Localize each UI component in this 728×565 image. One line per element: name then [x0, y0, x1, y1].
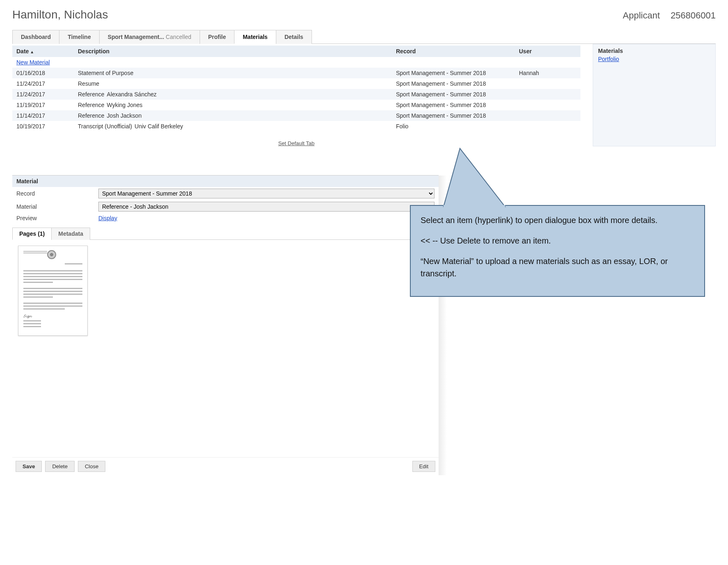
desc-main: Reference	[78, 102, 105, 108]
cell-user	[515, 121, 580, 132]
callout-pointer-icon	[444, 148, 526, 208]
applicant-meta: Applicant 256806001	[614, 10, 716, 21]
cell-desc: Statement of Purpose	[74, 68, 392, 78]
page-header: Hamilton, Nicholas Applicant 256806001	[12, 8, 716, 21]
tab-label: Profile	[208, 34, 226, 40]
cell-user	[515, 100, 580, 110]
signature-icon: 𝓢𝓲𝓰𝓷	[23, 314, 82, 319]
sidebar-portfolio-link[interactable]: Portfolio	[598, 56, 619, 62]
cell-date: 11/24/2017	[12, 78, 74, 89]
svg-rect-1	[444, 205, 505, 208]
button-bar: Save Delete Close Edit	[12, 457, 439, 475]
set-default-tab-row: Set Default Tab	[12, 140, 580, 146]
desc-main: Reference	[78, 91, 105, 98]
cell-desc: ReferenceJosh Jackson	[74, 110, 392, 121]
col-label: User	[519, 48, 532, 55]
tab-sport-management[interactable]: Sport Management...Cancelled	[99, 30, 200, 44]
col-label: Record	[396, 48, 416, 55]
desc-main: Transcript (Unofficial)	[78, 123, 132, 130]
cell-desc: ReferenceAlexandra Sánchez	[74, 89, 392, 100]
col-date[interactable]: Date	[12, 46, 74, 57]
form-row-preview: Preview Display	[12, 213, 439, 223]
desc-extra: Alexandra Sánchez	[107, 91, 157, 98]
cell-record: Sport Management - Summer 2018	[392, 110, 515, 121]
desc-extra: Josh Jackson	[107, 112, 142, 119]
document-thumbnail[interactable]: 𝓢𝓲𝓰𝓷	[18, 246, 88, 336]
cell-date: 01/16/2018	[12, 68, 74, 78]
cell-record: Sport Management - Summer 2018	[392, 78, 515, 89]
applicant-id: 256806001	[671, 10, 716, 21]
edit-button[interactable]: Edit	[412, 461, 435, 472]
cell-date: 11/24/2017	[12, 89, 74, 100]
cell-record: Sport Management - Summer 2018	[392, 68, 515, 78]
tab-status: Cancelled	[166, 34, 191, 40]
tab-label: Sport Management...	[108, 34, 164, 40]
col-record[interactable]: Record	[392, 46, 515, 57]
cell-user	[515, 110, 580, 121]
subtab-label: Pages (1)	[19, 230, 45, 237]
record-select[interactable]: Sport Management - Summer 2018	[98, 189, 435, 198]
desc-main: Resume	[78, 80, 99, 87]
preview-label: Preview	[16, 215, 98, 221]
callout-text-1: Select an item (hyperlink) to open dialo…	[421, 214, 694, 226]
tab-label: Timeline	[68, 34, 91, 40]
close-button[interactable]: Close	[78, 461, 105, 472]
desc-main: Statement of Purpose	[78, 70, 133, 76]
tab-label: Details	[284, 34, 303, 40]
preview-area: 𝓢𝓲𝓰𝓷	[12, 240, 439, 457]
subtab-metadata[interactable]: Metadata	[51, 228, 90, 240]
callout-text-2: << -- Use Delete to remove an item.	[421, 235, 694, 247]
tab-label: Materials	[243, 34, 268, 40]
cell-user: Hannah	[515, 68, 580, 78]
tab-profile[interactable]: Profile	[200, 30, 235, 44]
tab-materials[interactable]: Materials	[234, 30, 276, 44]
record-label: Record	[16, 190, 98, 197]
col-label: Description	[78, 48, 109, 55]
help-callout: Select an item (hyperlink) to open dialo…	[410, 205, 705, 297]
cell-user	[515, 89, 580, 100]
cell-user	[515, 78, 580, 89]
form-row-record: Record Sport Management - Summer 2018	[12, 187, 439, 200]
set-default-tab-link[interactable]: Set Default Tab	[278, 140, 315, 146]
table-row[interactable]: 11/19/2017 ReferenceWyking Jones Sport M…	[12, 100, 580, 110]
svg-marker-0	[444, 148, 505, 207]
main-tabs: Dashboard Timeline Sport Management...Ca…	[12, 30, 716, 44]
letterhead-seal-icon	[47, 250, 56, 259]
applicant-role: Applicant	[623, 10, 660, 21]
tab-timeline[interactable]: Timeline	[59, 30, 100, 44]
material-select[interactable]: Reference - Josh Jackson	[98, 202, 435, 212]
col-description[interactable]: Description	[74, 46, 392, 57]
cell-desc: ReferenceWyking Jones	[74, 100, 392, 110]
cell-desc: Transcript (Unofficial)Univ Calif Berkel…	[74, 121, 392, 132]
table-row[interactable]: 01/16/2018 Statement of Purpose Sport Ma…	[12, 68, 580, 78]
material-label: Material	[16, 203, 98, 210]
desc-extra: Univ Calif Berkeley	[134, 123, 183, 130]
callout-text-3: “New Material” to upload a new materials…	[421, 255, 694, 280]
save-button[interactable]: Save	[16, 461, 42, 472]
table-row[interactable]: 11/24/2017 Resume Sport Management - Sum…	[12, 78, 580, 89]
materials-table: Date Description Record User New Materia…	[12, 46, 580, 132]
new-material-row: New Material	[12, 57, 580, 68]
detail-heading: Material	[12, 175, 439, 187]
cell-date: 11/19/2017	[12, 100, 74, 110]
cell-record: Sport Management - Summer 2018	[392, 89, 515, 100]
col-user[interactable]: User	[515, 46, 580, 57]
display-link[interactable]: Display	[98, 215, 117, 221]
detail-subtabs: Pages (1) Metadata	[12, 227, 439, 240]
table-row[interactable]: 11/24/2017 ReferenceAlexandra Sánchez Sp…	[12, 89, 580, 100]
material-detail-panel: Material Record Sport Management - Summe…	[12, 175, 439, 475]
applicant-name: Hamilton, Nicholas	[12, 8, 108, 21]
cell-date: 10/19/2017	[12, 121, 74, 132]
subtab-label: Metadata	[58, 230, 83, 237]
tab-details[interactable]: Details	[276, 30, 312, 44]
sidebar-title: Materials	[598, 48, 710, 54]
delete-button[interactable]: Delete	[45, 461, 75, 472]
table-row[interactable]: 10/19/2017 Transcript (Unofficial)Univ C…	[12, 121, 580, 132]
table-row[interactable]: 11/14/2017 ReferenceJosh Jackson Sport M…	[12, 110, 580, 121]
tab-label: Dashboard	[21, 34, 51, 40]
tab-dashboard[interactable]: Dashboard	[12, 30, 59, 44]
cell-date: 11/14/2017	[12, 110, 74, 121]
new-material-link[interactable]: New Material	[16, 59, 50, 66]
form-row-material: Material Reference - Josh Jackson	[12, 200, 439, 213]
subtab-pages[interactable]: Pages (1)	[12, 228, 52, 240]
